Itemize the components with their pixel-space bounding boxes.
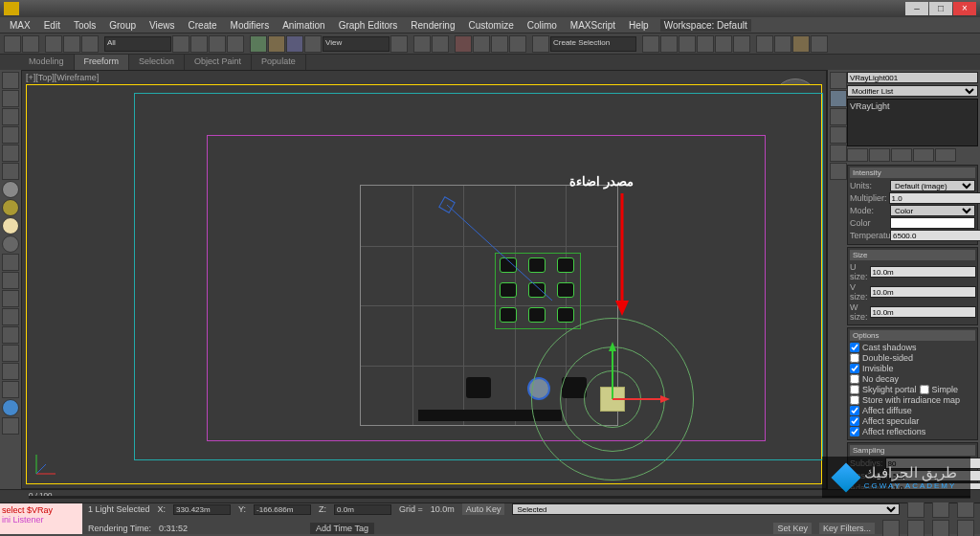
menu-modifiers[interactable]: Modifiers (225, 18, 276, 33)
sphere-icon[interactable] (2, 235, 19, 253)
units-select[interactable]: Default (image) (890, 180, 975, 191)
scale-icon[interactable] (286, 35, 303, 53)
menu-colimo[interactable]: Colimo (522, 18, 563, 33)
named-sel-icon[interactable] (532, 35, 549, 53)
percent-snap-icon[interactable] (491, 35, 508, 53)
prev-frame-icon[interactable] (932, 501, 949, 518)
align-icon[interactable] (660, 35, 678, 53)
spinner-snap-icon[interactable] (509, 35, 526, 53)
affect-specular-checkbox[interactable] (850, 416, 859, 426)
axis-gizmo-icon[interactable] (531, 318, 694, 480)
tab-populate[interactable]: Populate (252, 55, 306, 70)
y-coord-input[interactable] (254, 504, 311, 515)
bind-icon[interactable] (81, 35, 99, 53)
pivot-icon[interactable] (390, 35, 408, 53)
menu-customize[interactable]: Customize (462, 18, 519, 33)
keyfilters-button[interactable]: Key Filters... (819, 523, 875, 534)
minimize-button[interactable]: – (905, 2, 928, 15)
sphere-icon[interactable] (2, 217, 19, 234)
light-gizmo[interactable]: مصدر اضاءة (531, 318, 694, 480)
sphere-icon[interactable] (2, 399, 19, 416)
select-region-icon[interactable] (209, 35, 226, 53)
tool-icon[interactable] (2, 272, 19, 289)
tool-icon[interactable] (2, 126, 19, 144)
modifier-list-dropdown[interactable]: Modifier List (847, 85, 978, 97)
color-swatch[interactable] (890, 217, 975, 229)
viewport[interactable]: [+][Top][Wireframe] (21, 70, 827, 489)
menu-rendering[interactable]: Rendering (405, 18, 460, 33)
tool-icon[interactable] (2, 345, 19, 362)
tool-icon[interactable] (2, 363, 19, 380)
tool-icon[interactable] (2, 381, 19, 398)
material-editor-icon[interactable] (733, 35, 750, 53)
cast-shadows-checkbox[interactable] (850, 343, 859, 352)
autokey-button[interactable]: Auto Key (462, 503, 505, 515)
tab-objectpaint[interactable]: Object Paint (185, 55, 252, 70)
nav-icon[interactable] (932, 520, 949, 536)
named-selection-dropdown[interactable]: Create Selection (550, 36, 636, 52)
viewport-label[interactable]: [+][Top][Wireframe] (26, 73, 99, 82)
move-icon[interactable] (250, 35, 267, 53)
rotate-icon[interactable] (268, 35, 285, 53)
menu-help[interactable]: Help (623, 18, 655, 33)
usize-input[interactable] (870, 266, 976, 278)
layers-icon[interactable] (679, 35, 696, 53)
redo-icon[interactable] (22, 35, 39, 53)
store-irr-checkbox[interactable] (850, 395, 859, 405)
undo-icon[interactable] (4, 35, 21, 53)
selection-filter[interactable]: All (104, 36, 171, 52)
addtimetag-button[interactable]: Add Time Tag (310, 523, 374, 534)
tool-icon[interactable] (2, 308, 19, 325)
tool-icon[interactable] (2, 290, 19, 307)
keymode-select[interactable]: Selected (512, 503, 900, 515)
tool-icon[interactable] (2, 145, 19, 162)
menu-edit[interactable]: Edit (38, 18, 66, 33)
tab-modeling[interactable]: Modeling (19, 55, 75, 70)
room-geometry[interactable]: مصدر اضاءة (360, 185, 618, 426)
affect-reflections-checkbox[interactable] (850, 427, 859, 436)
curve-editor-icon[interactable] (697, 35, 714, 53)
mirror-icon[interactable] (642, 35, 659, 53)
maxscript-listener[interactable]: select $VRay ini Listener (0, 503, 82, 534)
select-name-icon[interactable] (190, 35, 208, 53)
show-result-icon[interactable] (869, 148, 890, 162)
x-coord-input[interactable] (173, 504, 231, 515)
menu-tools[interactable]: Tools (68, 18, 101, 33)
nav-icon[interactable] (957, 520, 974, 536)
multiplier-input[interactable] (889, 192, 980, 204)
nodecay-checkbox[interactable] (850, 374, 859, 384)
wsize-input[interactable] (870, 306, 976, 318)
invisible-checkbox[interactable] (850, 364, 859, 373)
z-coord-input[interactable] (334, 504, 391, 515)
tool-icon[interactable] (2, 108, 19, 125)
mode-select[interactable]: Color (890, 205, 975, 216)
config-icon[interactable] (935, 148, 956, 162)
next-frame-icon[interactable] (957, 501, 974, 518)
maximize-button[interactable]: □ (929, 2, 952, 15)
tool-icon[interactable] (2, 72, 19, 89)
object-name-field[interactable] (847, 72, 978, 83)
modifier-stack[interactable]: VRayLight (847, 99, 978, 146)
tool-icon[interactable] (2, 417, 19, 435)
placement-icon[interactable] (304, 35, 322, 53)
render-frame-icon[interactable] (774, 35, 791, 53)
unlink-icon[interactable] (63, 35, 80, 53)
affect-diffuse-checkbox[interactable] (850, 406, 859, 415)
tab-freeform[interactable]: Freeform (75, 55, 130, 70)
max-menu[interactable]: MAX (4, 18, 36, 33)
nav-icon[interactable] (882, 520, 900, 536)
play-icon[interactable] (907, 501, 924, 518)
menu-maxscript[interactable]: MAXScript (565, 18, 621, 33)
tool-icon[interactable] (2, 90, 19, 107)
remove-mod-icon[interactable] (913, 148, 934, 162)
tool-icon[interactable] (2, 254, 19, 271)
tool-icon[interactable] (2, 163, 19, 180)
double-sided-checkbox[interactable] (850, 353, 859, 363)
select-icon[interactable] (172, 35, 189, 53)
menu-views[interactable]: Views (144, 18, 181, 33)
refcoord-dropdown[interactable]: View (323, 36, 390, 52)
object[interactable] (466, 377, 491, 398)
simple-checkbox[interactable] (920, 385, 929, 394)
tab-selection[interactable]: Selection (129, 55, 185, 70)
schematic-icon[interactable] (715, 35, 732, 53)
